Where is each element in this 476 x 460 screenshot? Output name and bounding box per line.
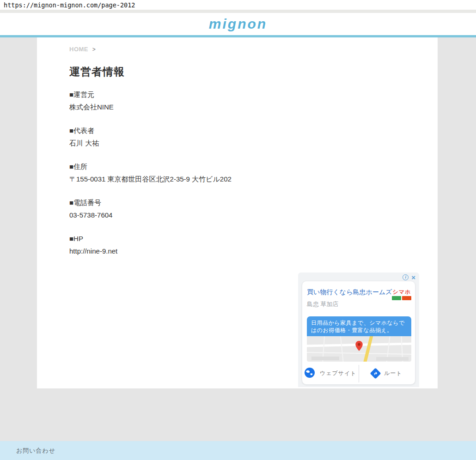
advertiser-logo: シマホ [392,289,411,315]
site-footer: お問い合わせ [0,441,476,460]
ad-unit: i × 買い物行くなら島忠ホームズ 島忠 草加店 シマホ 日用品から家具まで、シ… [298,272,419,387]
breadcrumb-home-link[interactable]: HOME [69,46,88,53]
page-title: 運営者情報 [69,65,405,79]
map-block [311,357,339,360]
url-text: https://mignon-mignon.com/page-2012 [0,0,476,10]
map-pin-icon [355,341,363,353]
ad-card[interactable]: 買い物行くなら島忠ホームズ 島忠 草加店 シマホ 日用品から家具まで、シマホなら… [302,281,415,385]
ad-map-image[interactable] [307,336,411,362]
ad-buttons-row: ウェブサイト ルート [302,362,415,385]
info-section-representative: ■代表者 石川 大祐 [69,124,405,149]
ad-choices-bar: i × [403,274,415,281]
section-value: 03-5738-7604 [69,209,405,221]
ad-route-button[interactable]: ルート [359,365,415,382]
section-label: ■運営元 [69,88,405,101]
info-section-hp: ■HP http://nine-9.net [69,232,405,257]
ad-text-block: 買い物行くなら島忠ホームズ 島忠 草加店 [307,288,392,315]
advertiser-logo-blocks [392,296,411,300]
top-divider-strip [0,10,476,13]
site-header: mignon [0,13,476,35]
logo-block-green [392,296,401,300]
section-label: ■HP [69,232,405,245]
directions-icon [370,368,381,379]
ad-close-icon[interactable]: × [411,274,415,281]
section-value: http://nine-9.net [69,245,405,257]
globe-icon [304,367,315,380]
ad-website-button[interactable]: ウェブサイト [302,365,359,382]
footer-contact-link[interactable]: お問い合わせ [16,447,55,455]
map-road [340,336,344,362]
breadcrumb: HOME > [69,46,405,53]
info-section-operator: ■運営元 株式会社NINE [69,88,405,113]
section-label: ■代表者 [69,124,405,137]
advertiser-logo-text: シマホ [392,289,411,295]
ad-subtitle: 島忠 草加店 [307,300,392,309]
info-section-address: ■住所 〒155-0031 東京都世田谷区北沢2-35-9 大竹ビル202 [69,160,405,185]
ad-header-row: 買い物行くなら島忠ホームズ 島忠 草加店 シマホ [302,281,415,315]
info-section-phone: ■電話番号 03-5738-7604 [69,196,405,221]
page-background: HOME > 運営者情報 ■運営元 株式会社NINE ■代表者 石川 大祐 ■住… [0,37,476,441]
ad-headline-link[interactable]: 買い物行くなら島忠ホームズ [307,288,392,296]
section-label: ■電話番号 [69,196,405,209]
section-value: 株式会社NINE [69,101,405,113]
ad-banner-text[interactable]: 日用品から家具まで、シマホならではのお得価格・豊富な品揃え。 [307,316,411,336]
breadcrumb-separator: > [92,46,96,53]
map-block [376,357,409,361]
ad-route-button-label: ルート [384,369,403,377]
section-value: 〒155-0031 東京都世田谷区北沢2-35-9 大竹ビル202 [69,173,405,185]
map-road-highlight [361,336,374,362]
site-logo[interactable]: mignon [209,16,267,32]
section-value: 石川 大祐 [69,137,405,149]
ad-info-icon[interactable]: i [403,274,409,280]
logo-block-red [402,296,411,300]
ad-website-button-label: ウェブサイト [320,369,357,377]
section-label: ■住所 [69,160,405,173]
